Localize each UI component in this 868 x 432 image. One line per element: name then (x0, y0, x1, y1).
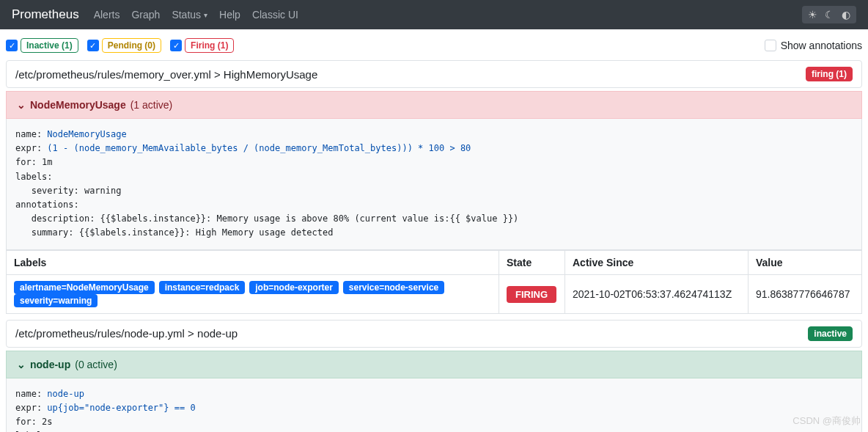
group-header-inactive[interactable]: ⌄ node-up (0 active) (6, 351, 862, 378)
filter-pending-group: ✓ Pending (0) (87, 38, 161, 53)
state-cell: FIRING (499, 274, 565, 313)
rule-file-path: /etc/prometheus/rules/node-up.yml > node… (15, 327, 238, 340)
firing-badge[interactable]: Firing (1) (185, 38, 234, 53)
filter-inactive-group: ✓ Inactive (1) (6, 38, 78, 53)
show-annotations-checkbox[interactable] (765, 40, 776, 51)
theme-switcher: ☀ ☾ ◐ (802, 6, 856, 23)
main-content: ✓ Inactive (1) ✓ Pending (0) ✓ Firing (1… (0, 29, 868, 432)
pending-badge[interactable]: Pending (0) (102, 38, 161, 53)
filter-firing-group: ✓ Firing (1) (170, 38, 234, 53)
chevron-down-icon: ⌄ (17, 99, 26, 111)
group-active-count: (0 active) (75, 359, 117, 370)
group-name: node-up (30, 359, 70, 370)
label-instance[interactable]: instance=redpack (159, 281, 246, 294)
group-active-count: (1 active) (130, 99, 173, 111)
rule-file-2: /etc/prometheus/rules/node-up.yml > node… (6, 320, 862, 348)
col-state: State (499, 250, 565, 274)
nav-status[interactable]: Status▾ (172, 9, 207, 21)
label-alertname[interactable]: alertname=NodeMemoryUsage (14, 281, 155, 294)
group-header-firing[interactable]: ⌄ NodeMemoryUsage (1 active) (6, 91, 862, 119)
pending-checkbox[interactable]: ✓ (87, 40, 99, 51)
watermark: CSDN @商俊帅 (792, 414, 861, 428)
label-severity[interactable]: severity=warning (14, 294, 98, 307)
firing-state-badge: FIRING (507, 286, 556, 303)
show-annotations-label: Show annotations (781, 40, 862, 51)
chevron-down-icon: ⌄ (17, 359, 26, 370)
label-job[interactable]: job=node-exporter (249, 281, 339, 294)
inactive-badge[interactable]: Inactive (1) (21, 38, 78, 53)
rule2-code: name: node-up expr: up{job="node-exporte… (6, 378, 862, 433)
filter-bar: ✓ Inactive (1) ✓ Pending (0) ✓ Firing (1… (6, 38, 862, 53)
active-since-cell: 2021-10-02T06:53:37.462474113Z (565, 274, 749, 313)
col-active-since: Active Since (565, 250, 749, 274)
value-cell: 91.86387776646787 (749, 274, 862, 313)
inactive-checkbox[interactable]: ✓ (6, 40, 18, 51)
group-name: NodeMemoryUsage (30, 99, 126, 111)
nav-help[interactable]: Help (219, 9, 240, 21)
contrast-icon[interactable]: ◐ (842, 9, 850, 21)
brand[interactable]: Prometheus (12, 7, 79, 22)
label-service[interactable]: service=node-service (343, 281, 444, 294)
nav-classic[interactable]: Classic UI (252, 9, 298, 21)
nav-alerts[interactable]: Alerts (94, 9, 120, 21)
rule1-code: name: NodeMemoryUsage expr: (1 - (node_m… (6, 119, 862, 250)
firing-checkbox[interactable]: ✓ (170, 40, 182, 51)
col-value: Value (749, 250, 862, 274)
col-labels: Labels (7, 250, 499, 274)
show-annotations-toggle: Show annotations (765, 40, 862, 51)
inactive-state-badge: inactive (808, 326, 853, 341)
rule-file-path: /etc/prometheus/rules/memory_over.yml > … (15, 68, 317, 81)
table-row: alertname=NodeMemoryUsage instance=redpa… (7, 274, 862, 313)
moon-icon[interactable]: ☾ (825, 9, 834, 21)
rule-file-1: /etc/prometheus/rules/memory_over.yml > … (6, 60, 862, 88)
alerts-table: Labels State Active Since Value alertnam… (6, 250, 862, 314)
chevron-down-icon: ▾ (204, 11, 207, 19)
navbar: Prometheus Alerts Graph Status▾ Help Cla… (0, 0, 868, 29)
sun-icon[interactable]: ☀ (808, 9, 817, 21)
nav-graph[interactable]: Graph (131, 9, 160, 21)
labels-cell: alertname=NodeMemoryUsage instance=redpa… (7, 274, 499, 313)
firing-count-badge: firing (1) (806, 67, 853, 81)
